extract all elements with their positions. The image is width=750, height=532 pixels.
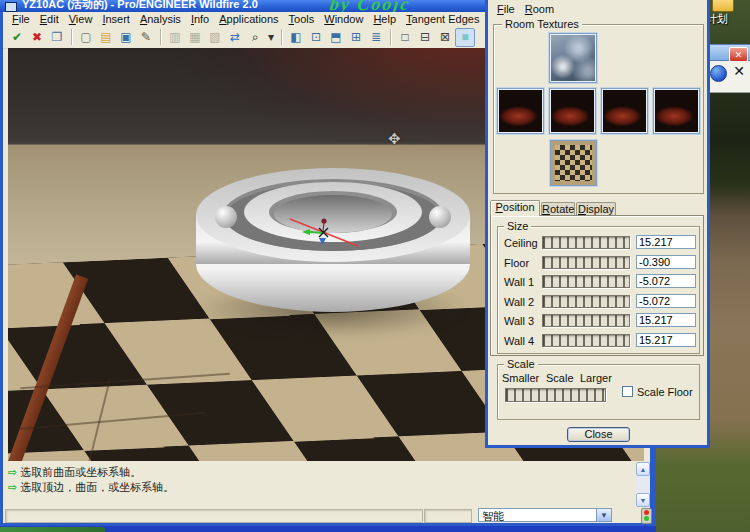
spin-cursor-icon: ✥ (388, 130, 401, 148)
copy-icon[interactable]: ▥ (165, 28, 185, 47)
fragment-app-icon[interactable] (710, 65, 727, 82)
texture-thumb-wall-4[interactable] (653, 88, 700, 134)
wall-3-value-field[interactable] (636, 313, 696, 327)
ceiling-value-field[interactable] (636, 235, 696, 249)
size-row-wall-4: Wall 4 (498, 334, 700, 349)
statusbar: 智能 ▼ (3, 508, 650, 523)
screen: YZ10AC (活动的) - Pro/ENGINEER Wildfire 2.0… (0, 0, 750, 532)
fragment-titlebar[interactable]: ✕ (706, 44, 750, 61)
message-line: ⇨选取前曲面或坐标系轴。 (8, 465, 141, 480)
taskbar[interactable] (0, 526, 656, 532)
print-icon[interactable]: ✎ (136, 28, 156, 47)
message-text: 选取顶边，曲面，或坐标系轴。 (20, 481, 174, 493)
start-button-fragment[interactable] (0, 527, 105, 532)
message-scrollbar[interactable]: ▲ ▼ (636, 462, 650, 507)
row-label: Wall 2 (504, 296, 534, 308)
layers-icon[interactable]: ≣ (366, 28, 386, 47)
floor-value-field[interactable] (636, 255, 696, 269)
wall-1-thumbwheel[interactable] (542, 275, 630, 288)
toolbar-separator (71, 29, 72, 45)
room-editor-dialog: File Room Room Textures Position Rotate … (485, 0, 710, 448)
paste-special-icon[interactable]: ▧ (205, 28, 225, 47)
tab-display[interactable]: Display (576, 202, 616, 216)
wall-4-value-field[interactable] (636, 333, 696, 347)
menu-edit[interactable]: Edit (35, 13, 64, 25)
dialog-menu-room[interactable]: Room (520, 3, 559, 17)
app-icon (5, 2, 17, 12)
size-row-wall-1: Wall 1 (498, 275, 700, 290)
texture-thumb-wall-3[interactable] (601, 88, 648, 134)
bearing-model[interactable] (186, 160, 478, 316)
status-panel (424, 509, 472, 523)
stop-light-icon[interactable] (641, 508, 652, 524)
row-label: Wall 4 (504, 335, 534, 347)
menu-tangent-edges[interactable]: Tangent Edges (401, 13, 484, 25)
texture-thumb-wall-1[interactable] (497, 88, 544, 134)
desktop-folder-icon[interactable] (712, 0, 734, 12)
scroll-down-icon[interactable]: ▼ (636, 493, 650, 507)
regenerate-icon[interactable]: ⇄ (225, 28, 245, 47)
ceiling-thumbwheel[interactable] (542, 236, 630, 249)
message-text: 选取前曲面或坐标系轴。 (20, 466, 141, 478)
no-hidden-view-icon[interactable]: ⊠ (435, 28, 455, 47)
annotate-icon[interactable]: ⊞ (346, 28, 366, 47)
save-file-icon[interactable]: ▣ (116, 28, 136, 47)
shaded-view-icon[interactable]: ■ (455, 28, 475, 47)
fragment-close-icon[interactable]: ✕ (729, 47, 748, 62)
combobox-dropdown-icon[interactable]: ▼ (596, 509, 611, 521)
scale-thumbwheel[interactable] (505, 388, 606, 402)
open-file-icon[interactable]: ▤ (96, 28, 116, 47)
texture-thumb-floor-checker[interactable] (550, 140, 597, 186)
wall-2-thumbwheel[interactable] (542, 295, 630, 308)
wall-3-thumbwheel[interactable] (542, 314, 630, 327)
tab-position[interactable]: Position (490, 200, 540, 216)
switch-windows-icon[interactable]: ❐ (47, 28, 67, 47)
find-dropdown-icon[interactable]: ▾ (265, 28, 277, 47)
find-icon[interactable]: ⌕ (245, 28, 265, 47)
hidden-line-view-icon[interactable]: ⊟ (415, 28, 435, 47)
row-label: Ceiling (504, 237, 538, 249)
wall-4-thumbwheel[interactable] (542, 334, 630, 347)
menu-applications[interactable]: Applications (214, 13, 283, 25)
size-row-wall-2: Wall 2 (498, 295, 700, 310)
texture-thumb-ceiling-sky[interactable] (549, 33, 597, 83)
toolbar-separator (281, 29, 282, 45)
activate-window-icon[interactable]: ✔ (7, 28, 27, 47)
size-group-label: Size (504, 220, 531, 232)
message-area: ⇨选取前曲面或坐标系轴。 ⇨选取顶边，曲面，或坐标系轴。 (6, 462, 636, 507)
zoom-region-icon[interactable]: ⊡ (306, 28, 326, 47)
wall-1-value-field[interactable] (636, 274, 696, 288)
window-title: YZ10AC (活动的) - Pro/ENGINEER Wildfire 2.0 (22, 0, 258, 12)
scale-larger-label: Larger (580, 372, 612, 384)
menu-file[interactable]: File (7, 13, 35, 25)
selection-filter-combobox[interactable]: 智能 ▼ (478, 508, 612, 522)
wall-2-value-field[interactable] (636, 294, 696, 308)
tab-rotate[interactable]: Rotate (541, 202, 575, 216)
menu-help[interactable]: Help (368, 13, 401, 25)
toolbar-separator (390, 29, 391, 45)
view-settings-icon[interactable]: ◧ (286, 28, 306, 47)
prompt-arrow-icon: ⇨ (8, 466, 17, 478)
fragment-toolbar: ✕ (706, 61, 750, 93)
floor-thumbwheel[interactable] (542, 256, 630, 269)
scale-floor-checkbox[interactable] (622, 386, 633, 397)
new-file-icon[interactable]: ▢ (76, 28, 96, 47)
texture-thumb-wall-2[interactable] (549, 88, 596, 134)
dialog-menu-file[interactable]: File (492, 3, 520, 17)
fragment-x-icon[interactable]: ✕ (733, 63, 745, 79)
menu-view[interactable]: View (64, 13, 98, 25)
menu-info[interactable]: Info (186, 13, 214, 25)
wireframe-view-icon[interactable]: □ (395, 28, 415, 47)
scroll-up-icon[interactable]: ▲ (636, 462, 650, 476)
size-row-ceiling: Ceiling (498, 236, 700, 251)
close-window-icon[interactable]: ✖ (27, 28, 47, 47)
menu-insert[interactable]: Insert (97, 13, 135, 25)
size-row-wall-3: Wall 3 (498, 314, 700, 329)
close-button[interactable]: Close (567, 427, 630, 442)
paste-icon[interactable]: ▦ (185, 28, 205, 47)
refit-icon[interactable]: ⬒ (326, 28, 346, 47)
menu-tools[interactable]: Tools (284, 13, 320, 25)
prompt-arrow-icon: ⇨ (8, 481, 17, 493)
menu-analysis[interactable]: Analysis (135, 13, 186, 25)
menu-window[interactable]: Window (319, 13, 368, 25)
